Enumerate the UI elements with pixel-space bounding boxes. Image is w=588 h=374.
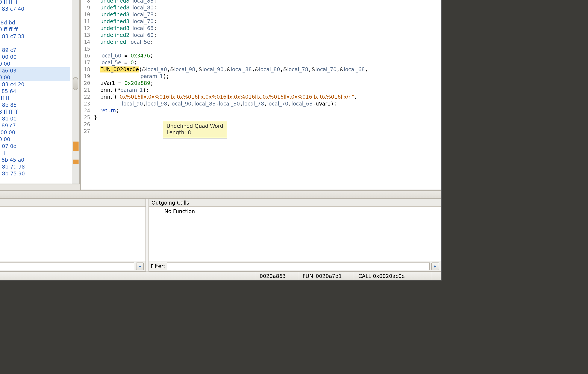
listing-row[interactable]: 0020a856 48 83 c7 38 — [0, 33, 70, 40]
status-function: FUN_0020a7d1 — [298, 272, 354, 280]
hscrollbar[interactable] — [0, 184, 80, 190]
outgoing-filter-input[interactable] — [167, 262, 430, 270]
listing-row[interactable]: 0020a84e 57 — [0, 12, 70, 19]
listing-row[interactable]: 0020a85e b8 00 00 — [0, 54, 70, 61]
listing-code[interactable]: 60 ff ff ff0020a835 48 83 c0 080020a839 … — [0, 0, 72, 183]
listing-row[interactable]: 0020a87c 48 89 c7 — [0, 122, 70, 129]
overview-marker[interactable] — [74, 142, 79, 151]
listing-row[interactable]: 0020a84f 48 8d bd — [0, 19, 70, 26]
incoming-header: Incoming Calls — [0, 199, 146, 207]
no-function-label: No Function — [0, 208, 143, 214]
statusbar: 0020a863 FUN_0020a7d1 CALL 0x0020ac0e — [0, 272, 441, 280]
status-address: 0020a863 — [255, 272, 298, 280]
line-gutter: 1 2 3 4 5 6 7 8 9 10 11 12 13 14 15 16 1… — [81, 0, 92, 190]
outgoing-body[interactable]: No Function — [149, 207, 441, 261]
listing-row[interactable]: 58 ff ff ff — [0, 109, 70, 115]
listing-row[interactable]: 0020a891 48 8b 75 90 — [0, 170, 70, 177]
listing-row[interactable]: 00 00 — [0, 74, 70, 81]
filter-go-icon[interactable]: ▸ — [136, 262, 144, 270]
listing-row[interactable]: 0020a84a 48 83 c7 40 — [0, 6, 70, 12]
outgoing-header: Outgoing Calls — [149, 199, 441, 207]
listing-row[interactable]: 00 00 — [0, 136, 70, 143]
listing-row[interactable]: 00 00 — [0, 61, 70, 67]
listing-row[interactable]: 0020a88d 48 8b 7d 98 — [0, 163, 70, 170]
listing-row[interactable]: 0020a86c 89 85 64 — [0, 88, 70, 95]
incoming-body[interactable]: No Function — [0, 207, 146, 261]
overview-marker[interactable] — [74, 160, 79, 164]
listing-row[interactable]: f1 ff — [0, 150, 70, 157]
no-function-label: No Function — [151, 208, 438, 214]
incoming-filter-input[interactable] — [0, 262, 134, 270]
listing-row[interactable]: 0020a884 e8 07 0d — [0, 143, 70, 150]
listing-row[interactable]: 0020a85a 57 — [0, 40, 70, 47]
listing-row[interactable]: 0020a863 e8 a6 03 — [0, 67, 70, 74]
tooltip-line: Length: 8 — [167, 130, 223, 136]
listing-row[interactable]: ff ff ff — [0, 95, 70, 102]
listing-row[interactable]: 0020a868 48 83 c4 20 — [0, 81, 70, 88]
status-instruction: CALL 0x0020ac0e — [354, 272, 431, 280]
listing-row[interactable]: 0020a85b 48 89 c7 — [0, 47, 70, 54]
listing-row[interactable]: 0020a87f b8 00 00 — [0, 129, 70, 136]
filter-label: Filter: — [151, 263, 165, 269]
decompile-code[interactable]: void FUN_0020a7d1(char **param_1) { unde… — [92, 0, 441, 190]
listing-row[interactable]: 60 ff ff ff — [0, 0, 70, 6]
listing-row[interactable]: 60 ff ff ff — [0, 26, 70, 33]
fct-header: Function Call Trees 🏠 ⟳ ≣ ▣ ▣ ✕ — [0, 191, 441, 199]
listing-row[interactable]: 0020a872 48 8b 85 — [0, 102, 70, 109]
listing-row[interactable]: 0020a879 48 8b 00 — [0, 115, 70, 122]
tooltip-line: Undefined Quad Word — [167, 123, 223, 130]
vscrollbar[interactable] — [72, 0, 79, 183]
type-tooltip: Undefined Quad Word Length: 8 — [163, 121, 227, 138]
filter-go-icon[interactable]: ▸ — [431, 262, 439, 270]
listing-row[interactable]: 0020a889 4c 8b 45 a0 — [0, 157, 70, 163]
